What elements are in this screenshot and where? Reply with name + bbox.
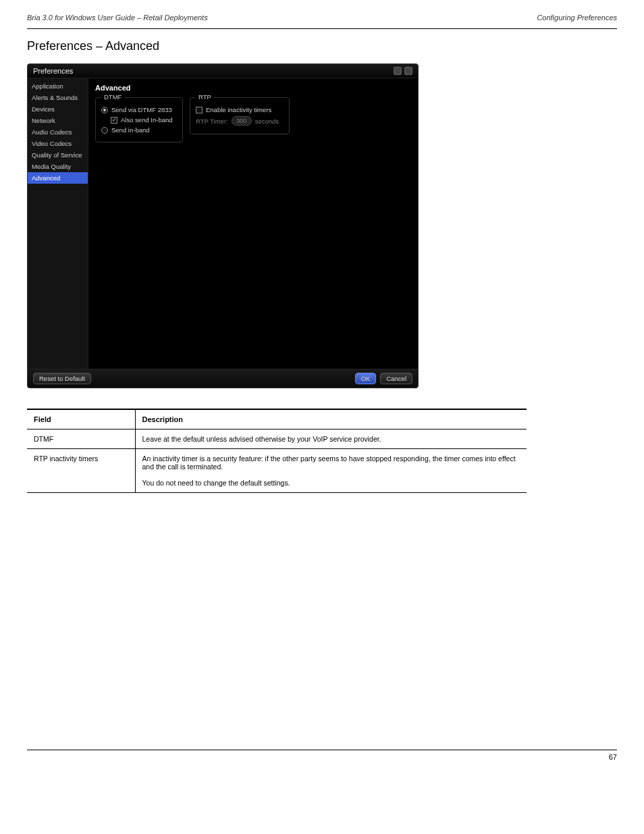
section-title: Preferences – Advanced	[27, 39, 617, 53]
radio-icon	[101, 107, 108, 113]
window-footer: Reset to Default OK Cancel	[28, 369, 418, 388]
close-icon[interactable]	[404, 67, 412, 75]
dtmf-opt1-label: Send via DTMF 2833	[111, 106, 172, 113]
table-row: RTP inactivity timers An inactivity time…	[27, 449, 527, 493]
sidebar-item-devices[interactable]: Devices	[28, 103, 88, 115]
field-description-table: Field Description DTMF Leave at the defa…	[27, 409, 527, 493]
sidebar-item-media-quality[interactable]: Media Quality	[28, 161, 88, 172]
window-title: Preferences	[33, 67, 73, 75]
dtmf-radio-2833[interactable]: Send via DTMF 2833	[101, 106, 177, 113]
ok-button[interactable]: OK	[355, 373, 377, 384]
table-cell-field: RTP inactivity timers	[27, 449, 135, 493]
window-body: Application Alerts & Sounds Devices Netw…	[28, 78, 418, 369]
sidebar-item-network[interactable]: Network	[28, 115, 88, 126]
sidebar-item-audio-codecs[interactable]: Audio Codecs	[28, 126, 88, 138]
header-right: Configuring Preferences	[537, 14, 617, 22]
table-row: DTMF Leave at the default unless advised…	[27, 429, 527, 449]
dtmf-fieldset: DTMF Send via DTMF 2833 Also send In-ban…	[95, 97, 183, 142]
rtp-enable-checkbox[interactable]: Enable inactivity timers	[196, 106, 284, 113]
footer-rule	[27, 750, 617, 750]
window-controls	[394, 67, 412, 75]
rtp-timer-row: RTP Timer: 300 seconds	[196, 116, 284, 126]
table-header-field: Field	[27, 409, 135, 429]
header-rule	[27, 28, 617, 29]
minimize-icon[interactable]	[394, 67, 402, 75]
dtmf-legend: DTMF	[101, 93, 124, 101]
reset-button[interactable]: Reset to Default	[33, 373, 91, 384]
window-titlebar: Preferences	[28, 64, 418, 78]
sidebar-item-advanced[interactable]: Advanced	[28, 172, 88, 184]
table-cell-desc: An inactivity timer is a security featur…	[135, 449, 527, 493]
rtp-legend: RTP	[196, 93, 214, 101]
content-area: Advanced DTMF Send via DTMF 2833 Also se…	[88, 78, 418, 369]
sidebar-item-application[interactable]: Application	[28, 80, 88, 92]
content-title: Advanced	[95, 84, 411, 92]
sidebar-item-alerts[interactable]: Alerts & Sounds	[28, 92, 88, 103]
header-left: Bria 3.0 for Windows User Guide – Retail…	[27, 14, 208, 22]
page-number: 67	[27, 753, 617, 761]
rtp-fieldset: RTP Enable inactivity timers RTP Timer: …	[190, 97, 290, 134]
fieldsets-row: DTMF Send via DTMF 2833 Also send In-ban…	[95, 97, 411, 142]
rtp-timer-label: RTP Timer:	[196, 118, 228, 125]
dtmf-sub-label: Also send In-band	[121, 116, 173, 124]
dtmf-also-inband-checkbox[interactable]: Also send In-band	[111, 116, 177, 124]
dtmf-opt2-label: Send in-band	[111, 126, 150, 134]
preferences-window: Preferences Application Alerts & Sounds …	[27, 63, 419, 388]
checkbox-icon	[111, 117, 117, 124]
table-cell-desc: Leave at the default unless advised othe…	[135, 429, 527, 449]
preferences-sidebar: Application Alerts & Sounds Devices Netw…	[28, 78, 88, 369]
page-header: Bria 3.0 for Windows User Guide – Retail…	[27, 14, 617, 22]
table-cell-field: DTMF	[27, 429, 135, 449]
rtp-timer-unit: seconds	[255, 118, 279, 125]
table-header-desc: Description	[135, 409, 527, 429]
sidebar-item-qos[interactable]: Quality of Service	[28, 149, 88, 161]
dtmf-radio-inband[interactable]: Send in-band	[101, 126, 177, 134]
rtp-timer-input[interactable]: 300	[232, 116, 252, 126]
cancel-button[interactable]: Cancel	[380, 373, 412, 384]
checkbox-icon	[196, 107, 203, 113]
radio-icon	[101, 127, 108, 134]
rtp-enable-label: Enable inactivity timers	[206, 106, 271, 113]
sidebar-item-video-codecs[interactable]: Video Codecs	[28, 138, 88, 149]
